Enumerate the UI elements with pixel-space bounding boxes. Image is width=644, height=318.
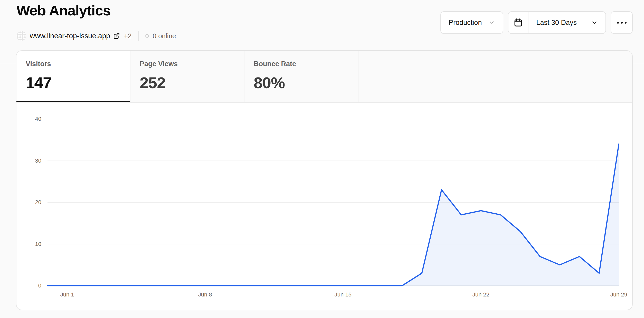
domain-row: www.linear-top-issue.app +2 0 online xyxy=(16,30,176,42)
external-link-icon xyxy=(113,33,120,39)
analytics-card: Visitors 147 Page Views 252 Bounce Rate … xyxy=(16,50,633,310)
x-axis-label: Jun 22 xyxy=(472,291,489,298)
tab-visitors[interactable]: Visitors 147 xyxy=(16,51,130,102)
ellipsis-icon xyxy=(617,22,619,24)
online-count: 0 online xyxy=(153,32,176,40)
y-axis-label: 40 xyxy=(16,116,41,122)
tab-value: 252 xyxy=(140,74,235,92)
calendar-icon xyxy=(514,18,523,27)
ellipsis-icon xyxy=(621,22,623,24)
tab-value: 147 xyxy=(26,74,121,92)
tab-value: 80% xyxy=(254,74,349,92)
area-fill xyxy=(48,144,619,286)
tab-label: Page Views xyxy=(140,60,235,68)
date-range-select[interactable]: Last 30 Days xyxy=(528,19,605,27)
y-axis-label: 0 xyxy=(16,282,41,289)
tab-label: Visitors xyxy=(26,60,121,68)
tab-page-views[interactable]: Page Views 252 xyxy=(130,51,244,102)
more-menu-button[interactable] xyxy=(611,11,633,34)
ellipsis-icon xyxy=(625,22,627,24)
tab-label: Bounce Rate xyxy=(254,60,349,68)
environment-select[interactable]: Production xyxy=(440,11,503,34)
environment-label: Production xyxy=(449,19,482,27)
extra-domains-badge[interactable]: +2 xyxy=(124,32,132,40)
chevron-down-icon xyxy=(591,19,598,26)
chart-canvas xyxy=(48,119,619,286)
page-title: Web Analytics xyxy=(16,2,111,19)
y-axis-label: 20 xyxy=(16,199,41,206)
domain-text: www.linear-top-issue.app xyxy=(30,32,110,40)
domain-link[interactable]: www.linear-top-issue.app xyxy=(30,32,120,40)
x-axis-label: Jun 1 xyxy=(60,291,74,298)
metric-tabs: Visitors 147 Page Views 252 Bounce Rate … xyxy=(16,51,632,103)
y-axis-label: 30 xyxy=(16,157,41,164)
x-axis-label: Jun 29 xyxy=(610,291,627,298)
chevron-down-icon xyxy=(488,19,495,26)
x-axis-label: Jun 15 xyxy=(335,291,352,298)
dotted-globe-favicon-icon xyxy=(16,31,26,41)
date-range-label: Last 30 Days xyxy=(536,19,577,27)
domain-online-divider xyxy=(138,31,139,41)
tab-bounce-rate[interactable]: Bounce Rate 80% xyxy=(244,51,358,102)
date-range-control: Last 30 Days xyxy=(508,11,606,34)
calendar-button[interactable] xyxy=(508,12,528,33)
online-status-circle-icon xyxy=(145,34,149,38)
header-controls: Production Last 30 Days xyxy=(440,11,633,34)
visitors-chart: 010203040Jun 1Jun 8Jun 15Jun 22Jun 29 xyxy=(16,103,632,310)
web-analytics-page: Web Analytics www.linear-top-issue.app +… xyxy=(0,0,644,318)
tabs-filler xyxy=(358,51,632,102)
y-axis-label: 10 xyxy=(16,241,41,247)
x-axis-label: Jun 8 xyxy=(198,291,212,298)
